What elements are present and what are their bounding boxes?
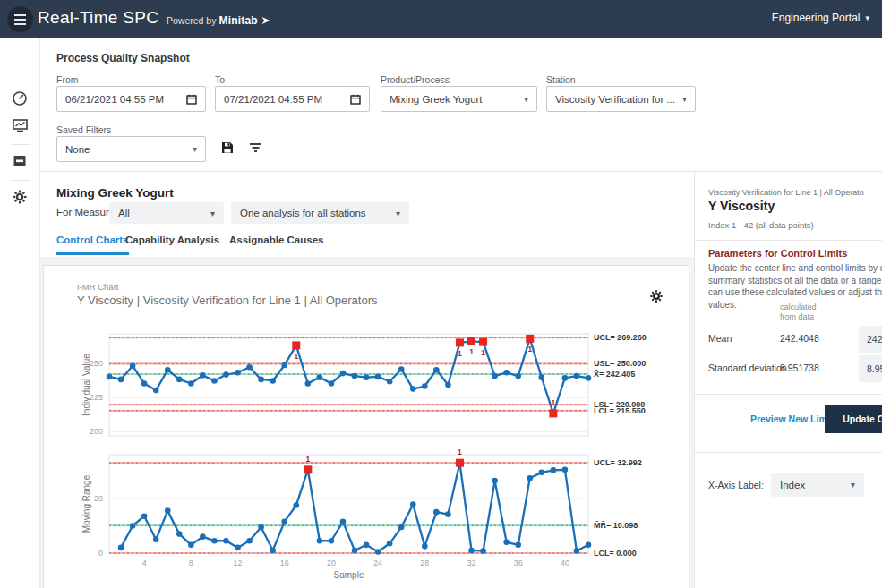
- monitor-chart-icon[interactable]: [10, 115, 30, 135]
- params-heading: Parameters for Control Limits: [708, 248, 847, 259]
- chevron-down-icon: ▾: [396, 209, 400, 218]
- saved-filters-value: None: [65, 144, 90, 155]
- svg-text:1: 1: [469, 347, 474, 356]
- save-filter-icon[interactable]: [220, 141, 235, 158]
- stddev-calculated-value: 8.951738: [780, 362, 819, 373]
- saved-filters-label: Saved Filters: [56, 124, 111, 135]
- analysis-select[interactable]: One analysis for all stations ▾: [231, 202, 409, 224]
- svg-text:Sample: Sample: [334, 570, 364, 580]
- filter-icon[interactable]: [249, 141, 262, 158]
- chart-title: Y Viscosity | Viscosity Verification for…: [77, 294, 378, 307]
- process-heading: Mixing Greek Yogurt: [56, 186, 174, 200]
- panel-divider: [695, 240, 882, 241]
- svg-text:200: 200: [90, 427, 103, 436]
- panel-divider: [695, 394, 882, 395]
- stddev-label: Standard deviation: [708, 362, 787, 373]
- svg-text:UCL= 32.992: UCL= 32.992: [594, 458, 642, 467]
- imr-chart-card: I-MR Chart Y Viscosity | Viscosity Verif…: [43, 265, 689, 588]
- svg-text:16: 16: [280, 558, 289, 567]
- from-date-value: 06/21/2021 04:55 PM: [65, 94, 164, 105]
- svg-text:1: 1: [458, 349, 462, 358]
- chevron-down-icon: ▾: [865, 13, 869, 22]
- measure-select[interactable]: All ▾: [109, 202, 224, 224]
- svg-text:0: 0: [98, 549, 103, 558]
- from-date-input[interactable]: 06/21/2021 04:55 PM: [56, 86, 206, 112]
- to-date-value: 07/21/2021 04:55 PM: [224, 94, 322, 105]
- x-axis-label-caption: X-Axis Label:: [708, 480, 764, 490]
- portal-menu[interactable]: Engineering Portal ▾: [772, 12, 869, 24]
- svg-text:1: 1: [294, 352, 298, 361]
- rail-divider: [11, 144, 30, 145]
- mean-label: Mean: [708, 333, 732, 344]
- from-label: From: [56, 74, 79, 85]
- product-label: Product/Process: [381, 74, 450, 85]
- to-label: To: [215, 74, 225, 85]
- hamburger-menu-icon[interactable]: [7, 6, 33, 32]
- stddev-input-value: 8.951738: [867, 363, 882, 374]
- to-date-input[interactable]: 07/21/2021 04:55 PM: [215, 86, 370, 112]
- mean-input[interactable]: 242.4048: [859, 326, 882, 353]
- mean-calculated-value: 242.4048: [780, 333, 819, 344]
- stddev-input[interactable]: 8.951738: [859, 355, 882, 382]
- chevron-down-icon: ▾: [210, 209, 215, 218]
- analysis-value: One analysis for all stations: [240, 208, 366, 218]
- station-label: Station: [546, 74, 576, 85]
- svg-text:20: 20: [327, 558, 336, 567]
- chevron-down-icon: ▾: [682, 94, 687, 104]
- tab-capability-analysis[interactable]: Capability Analysis: [125, 234, 219, 252]
- imr-control-charts: 200225250UCL= 269.260USL= 250.000X̄= 242…: [44, 320, 689, 588]
- col-header-line1: calculated: [780, 303, 843, 312]
- svg-text:LCL= 0.000: LCL= 0.000: [594, 549, 637, 558]
- powered-by: Powered by Minitab: [167, 14, 271, 27]
- minitab-logo-icon: [261, 15, 271, 26]
- product-value: Mixing Greek Yogurt: [390, 94, 483, 105]
- svg-text:32: 32: [467, 558, 476, 567]
- panel-context: Viscosity Verification for Line 1 | All …: [708, 188, 864, 197]
- svg-text:24: 24: [373, 558, 382, 567]
- chevron-down-icon: ▾: [851, 480, 855, 490]
- svg-text:1: 1: [551, 398, 555, 407]
- svg-text:225: 225: [90, 393, 103, 402]
- station-select[interactable]: Viscosity Verification for ... ▾: [546, 86, 696, 112]
- saved-filters-select[interactable]: None ▾: [56, 136, 206, 162]
- x-axis-label-value: Index: [780, 480, 805, 490]
- rail-divider: [11, 180, 30, 181]
- gear-icon[interactable]: [10, 187, 30, 207]
- chart-type-label: I-MR Chart: [77, 282, 118, 292]
- left-nav-rail: [0, 38, 40, 588]
- svg-text:LCL= 215.550: LCL= 215.550: [594, 406, 646, 415]
- panel-divider: [695, 452, 882, 453]
- svg-text:1: 1: [481, 348, 485, 357]
- svg-text:1: 1: [305, 455, 310, 464]
- svg-text:12: 12: [234, 558, 243, 567]
- calculated-column-header: calculated from data: [780, 303, 843, 322]
- control-limits-panel: Viscosity Verification for Line 1 | All …: [694, 172, 882, 588]
- tab-assignable-causes[interactable]: Assignable Causes: [229, 234, 323, 252]
- app-title: Real-Time SPC: [38, 8, 158, 28]
- col-header-line2: from data: [780, 312, 843, 322]
- station-value: Viscosity Verification for ...: [555, 94, 675, 105]
- chart-settings-gear-icon[interactable]: [649, 289, 664, 307]
- x-axis-label-select[interactable]: Index ▾: [771, 473, 864, 497]
- calendar-icon[interactable]: [350, 94, 361, 105]
- portal-menu-label: Engineering Portal: [772, 12, 861, 24]
- svg-text:X̄= 242.405: X̄= 242.405: [594, 370, 635, 379]
- svg-text:1: 1: [527, 345, 532, 354]
- powered-prefix: Powered by: [167, 15, 216, 26]
- svg-text:1: 1: [458, 447, 462, 456]
- product-select[interactable]: Mixing Greek Yogurt ▾: [381, 86, 537, 112]
- tab-control-charts[interactable]: Control Charts: [56, 234, 129, 255]
- chevron-down-icon: ▾: [193, 144, 197, 154]
- svg-text:250: 250: [90, 359, 103, 368]
- svg-text:USL= 250.000: USL= 250.000: [594, 359, 646, 368]
- svg-text:28: 28: [420, 558, 429, 567]
- brand-name: Minitab: [218, 14, 257, 27]
- archive-icon[interactable]: [10, 151, 30, 171]
- update-control-limits-button[interactable]: Update Control Limits: [825, 405, 882, 433]
- dashboard-gauge-icon[interactable]: [10, 89, 30, 108]
- measure-value: All: [118, 208, 130, 218]
- calendar-icon[interactable]: [186, 94, 197, 105]
- app-header: Real-Time SPC Powered by Minitab Enginee…: [0, 0, 882, 38]
- panel-title: Y Viscosity: [708, 199, 775, 213]
- section-title: Process Quality Snapshot: [56, 52, 190, 64]
